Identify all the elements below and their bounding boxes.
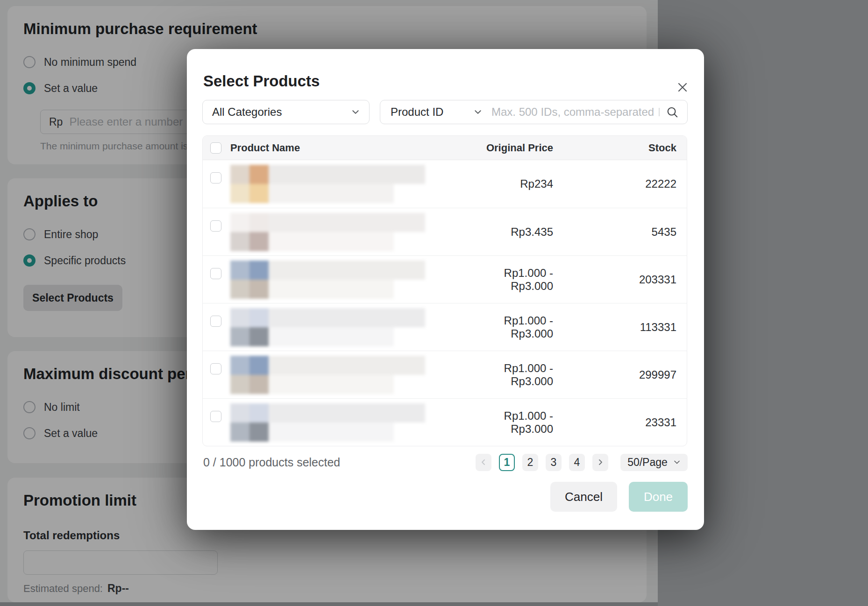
header-product-name: Product Name: [230, 142, 300, 154]
category-dropdown[interactable]: All Categories: [202, 100, 370, 124]
pagination: 123450/Page: [476, 453, 688, 471]
header-original-price: Original Price: [464, 142, 553, 154]
chevron-down-icon: [351, 108, 360, 116]
filter-row: All Categories Product ID: [202, 100, 688, 124]
search-type-dropdown[interactable]: Product ID: [380, 106, 491, 119]
page-size-value: 50/Page: [627, 456, 668, 469]
pagination-page-3[interactable]: 3: [546, 454, 562, 471]
table-row: Rp1.000 - Rp3.000203331: [203, 255, 687, 303]
pagination-next-icon[interactable]: [592, 454, 608, 471]
pagination-prev-icon[interactable]: [476, 454, 491, 471]
product-id-search-group: Product ID: [380, 100, 688, 124]
table-row: Rp1.000 - Rp3.00023331: [203, 398, 687, 446]
blurred-product-thumbnail: [230, 213, 425, 251]
page-size-dropdown[interactable]: 50/Page: [620, 454, 688, 471]
row-checkbox[interactable]: [210, 411, 221, 422]
close-icon[interactable]: [675, 80, 690, 95]
table-header-row: Product Name Original Price Stock: [203, 136, 687, 160]
cell-stock: 23331: [553, 416, 676, 429]
cancel-button[interactable]: Cancel: [550, 482, 617, 512]
product-id-search-input[interactable]: [491, 106, 655, 119]
select-all-checkbox[interactable]: [210, 142, 221, 154]
cell-stock: 22222: [553, 177, 676, 190]
row-checkbox[interactable]: [210, 268, 221, 279]
chevron-down-icon: [673, 458, 681, 466]
select-products-modal: Select Products All Categories Product I…: [187, 49, 704, 530]
cell-stock: 113331: [553, 321, 676, 334]
row-checkbox[interactable]: [210, 220, 221, 232]
header-stock: Stock: [553, 142, 676, 154]
pagination-page-1[interactable]: 1: [499, 454, 515, 471]
chevron-down-icon: [474, 108, 482, 116]
table-row: Rp1.000 - Rp3.000299997: [203, 351, 687, 398]
row-checkbox[interactable]: [210, 316, 221, 327]
cell-original-price: Rp1.000 - Rp3.000: [464, 362, 553, 388]
cell-original-price: Rp3.435: [464, 225, 553, 239]
done-button[interactable]: Done: [629, 482, 688, 512]
search-icon[interactable]: [666, 106, 679, 119]
cell-original-price: Rp1.000 - Rp3.000: [464, 267, 553, 293]
search-type-value: Product ID: [391, 106, 443, 119]
cell-original-price: Rp1.000 - Rp3.000: [464, 409, 553, 436]
selected-count: 0 / 1000 products selected: [203, 453, 340, 471]
blurred-product-thumbnail: [230, 356, 425, 394]
cell-original-price: Rp234: [464, 177, 553, 190]
blurred-product-thumbnail: [230, 403, 425, 442]
cell-original-price: Rp1.000 - Rp3.000: [464, 314, 553, 340]
cell-stock: 203331: [553, 273, 676, 286]
cell-stock: 299997: [553, 368, 676, 381]
pagination-page-4[interactable]: 4: [569, 454, 585, 471]
blurred-product-thumbnail: [230, 308, 425, 346]
pagination-page-2[interactable]: 2: [522, 454, 538, 471]
cell-stock: 5435: [553, 225, 676, 239]
modal-title: Select Products: [203, 72, 320, 90]
category-value: All Categories: [212, 106, 282, 119]
blurred-product-thumbnail: [230, 261, 425, 299]
table-row: Rp3.4355435: [203, 208, 687, 255]
row-checkbox[interactable]: [210, 172, 221, 183]
table-row: Rp23422222: [203, 160, 687, 208]
table-body: Rp23422222Rp3.4355435Rp1.000 - Rp3.00020…: [203, 160, 687, 446]
table-row: Rp1.000 - Rp3.000113331: [203, 303, 687, 351]
divider: [659, 108, 660, 116]
products-table: Product Name Original Price Stock Rp2342…: [202, 135, 687, 446]
row-checkbox[interactable]: [210, 363, 221, 374]
blurred-product-thumbnail: [230, 165, 425, 203]
